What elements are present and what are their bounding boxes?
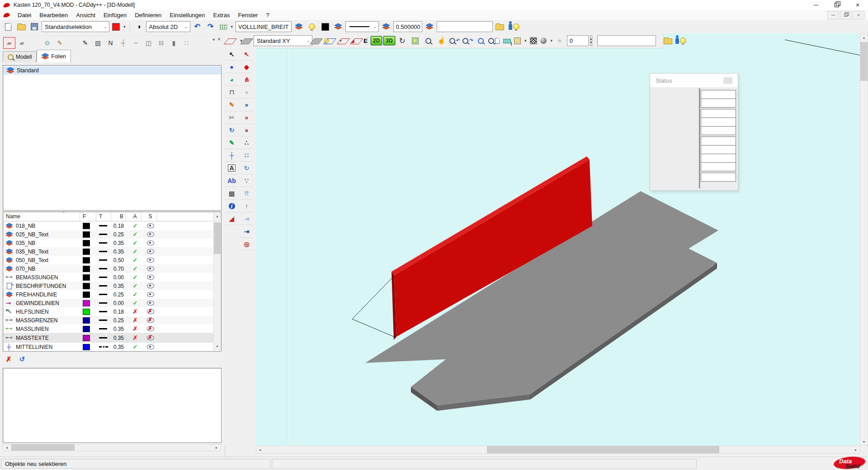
layer-active-cell[interactable] (126, 282, 142, 290)
solid-box-button[interactable]: ▮ (168, 37, 180, 49)
step-forward-dark-icon[interactable]: » (240, 99, 254, 111)
menu-item[interactable]: ? (262, 12, 273, 19)
layer-active-cell[interactable] (126, 290, 142, 299)
undo-button[interactable]: ↶ (192, 21, 203, 33)
layer-width-cell[interactable]: 0.35 (111, 334, 126, 342)
up-arrows-light-icon[interactable]: ⇈ (240, 187, 254, 200)
hard-pencil-button[interactable]: ✎ (79, 37, 91, 49)
orbit-button[interactable]: ↻ (396, 35, 408, 47)
layer-row[interactable]: MITTELLINIEN 0.35 (3, 343, 221, 351)
layer-linetype-cell[interactable] (96, 239, 111, 247)
layer-active-cell[interactable] (126, 273, 142, 282)
status-field[interactable] (701, 154, 736, 163)
layer-linetype-cell[interactable] (96, 230, 111, 239)
workplane-red-button[interactable]: ▾ (227, 35, 239, 47)
erase-selection-button[interactable]: ▰ (16, 37, 28, 49)
green-pencil-icon[interactable]: ✎ (225, 136, 239, 149)
workplane-preset-combo[interactable]: Standard XY ⌄ (254, 35, 312, 46)
mdi-restore-button[interactable] (840, 11, 852, 19)
selection-listbox[interactable] (3, 368, 222, 443)
layer-width-cell[interactable]: 0.35 (111, 247, 126, 256)
tab-folien[interactable]: Folien (37, 50, 71, 62)
snap-to-line-dark-icon[interactable]: ⇥ (240, 225, 254, 238)
menu-item[interactable]: Datei (14, 12, 35, 19)
layer-row[interactable]: MASSGRENZEN 0.25 (3, 316, 221, 324)
layer-color-cell[interactable] (80, 221, 96, 230)
layer-visible-cell[interactable] (142, 324, 157, 333)
axes-tripod-icon[interactable]: ⋔ (240, 73, 254, 86)
status-field[interactable] (701, 99, 736, 108)
column-header-width[interactable]: B (111, 212, 126, 221)
column-header-color[interactable]: F (80, 212, 96, 221)
menu-item[interactable]: Fenster (234, 12, 262, 19)
layer-color-cell[interactable] (80, 282, 96, 290)
line-width-field[interactable]: 0.500000 (393, 21, 422, 32)
close-button[interactable]: × (847, 0, 868, 10)
tree-item-standard[interactable]: Standard (3, 66, 221, 75)
pencil-button[interactable]: ✎ (54, 37, 66, 49)
layer-row[interactable]: 025_NB_Text 0.25 (3, 230, 221, 239)
layer-linetype-cell[interactable] (96, 299, 111, 307)
layer-visible-cell[interactable] (142, 334, 157, 342)
layer-active-cell[interactable] (126, 307, 142, 316)
layer-active-cell[interactable] (126, 324, 142, 333)
step-forward-light-icon[interactable]: » (240, 86, 254, 99)
layer-visible-cell[interactable] (142, 273, 157, 282)
render-roller-button[interactable] (501, 35, 513, 47)
center-cross-icon[interactable]: ┼ (225, 149, 239, 162)
workplane-gray-button[interactable] (241, 35, 252, 47)
layer-row[interactable]: BEMASSUNGEN 0.00 (3, 273, 221, 282)
open-file-button[interactable] (15, 21, 27, 33)
menu-item[interactable]: Definieren (131, 12, 165, 19)
layer-visible-cell[interactable] (142, 299, 157, 307)
layer-assign-button[interactable] (293, 21, 305, 33)
column-header-name[interactable]: Name (3, 212, 80, 221)
status-field[interactable] (701, 118, 736, 127)
layer-visible-cell[interactable] (142, 247, 157, 256)
points-grid-icon[interactable]: ∷ (240, 149, 254, 162)
zoom-previous-button[interactable]: ↶ (449, 35, 461, 47)
new-file-button[interactable] (2, 21, 14, 33)
view-text-field[interactable] (597, 35, 656, 46)
layer-linetype-cell[interactable] (96, 324, 111, 333)
menu-item[interactable]: Einfügen (99, 12, 131, 19)
layer-color-button[interactable] (332, 21, 344, 33)
line-style-name-field[interactable]: VOLLLINIE_BREIT (236, 21, 292, 32)
layer-linetype-cell[interactable] (96, 316, 111, 324)
zoom-sphere-icon[interactable]: ● (225, 61, 239, 73)
spinner-down-icon[interactable]: ▾ (590, 41, 592, 44)
layer-visible-cell[interactable] (142, 316, 157, 324)
layer-linetype-cell[interactable] (96, 282, 111, 290)
minimize-button[interactable] (806, 0, 826, 10)
mode-3d-button[interactable]: 3D (383, 36, 395, 45)
scroll-right-icon[interactable]: ▸ (213, 444, 220, 451)
layer-visible-cell[interactable] (142, 239, 157, 247)
scroll-left-icon[interactable]: ◂ (3, 444, 10, 451)
selection-mode-combo[interactable]: Standardselektion ⌄ (42, 21, 109, 32)
wire-cube-button[interactable]: ◫ (142, 37, 155, 49)
layer-active-cell[interactable] (126, 316, 142, 324)
refresh-icon[interactable]: ↻ (225, 124, 239, 136)
layer-linetype-cell[interactable] (96, 290, 111, 299)
points-row-icon[interactable]: ∴ (240, 136, 254, 149)
scroll-up-icon[interactable]: ▴ (214, 212, 221, 220)
status-window[interactable]: Status (650, 73, 738, 191)
points-circle-icon[interactable]: ∵ (240, 174, 254, 187)
layer-width-cell[interactable]: 0.35 (111, 343, 126, 351)
layer-visible-cell[interactable] (142, 256, 157, 264)
layer-width-cell[interactable]: 0.35 (111, 282, 126, 290)
hatch-tool-icon[interactable]: ▨ (225, 187, 239, 200)
layer-visible-cell[interactable] (142, 221, 157, 230)
layer-color-cell[interactable] (80, 290, 96, 299)
panel-h-scrollbar[interactable]: ◂ ▸ (3, 444, 221, 451)
grid-settings-button[interactable]: ▾ (218, 21, 235, 33)
scene-visibility-button[interactable] (675, 35, 687, 47)
layer-visible-cell[interactable] (142, 264, 157, 273)
layer-visible-cell[interactable] (142, 343, 157, 351)
viewport-h-scrollbar[interactable]: ◂ ▸ (256, 446, 860, 454)
scroll-left-icon[interactable]: ◂ (256, 446, 264, 453)
layer-linetype-cell[interactable] (96, 334, 111, 342)
layer-row[interactable]: HILFSLINIEN 0.18 (3, 307, 221, 316)
layer-row[interactable]: 050_NB_Text 0.50 (3, 256, 221, 264)
column-header-active[interactable]: A (126, 212, 142, 221)
